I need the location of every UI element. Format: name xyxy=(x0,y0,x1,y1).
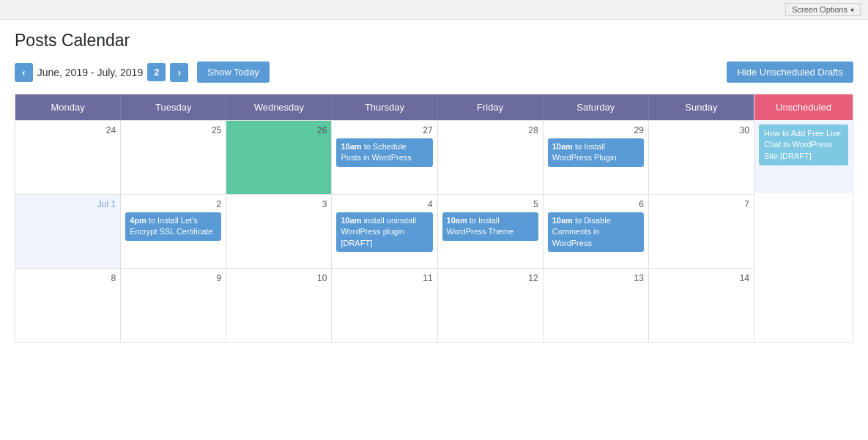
calendar-cell: 13 xyxy=(544,269,649,342)
calendar-cell: 11 xyxy=(332,269,437,342)
calendar-event[interactable]: 10am to Schedule Posts in WordPress xyxy=(336,138,432,167)
calendar-event[interactable]: 10am to Install WordPress Theme xyxy=(442,212,538,241)
day-number: 28 xyxy=(442,124,538,138)
calendar-cell: 25 xyxy=(121,121,226,194)
day-number: 8 xyxy=(20,272,116,286)
calendar-cell: 410am install uninstall WordPress plugin… xyxy=(332,195,437,268)
calendar-cell: 9 xyxy=(121,269,226,342)
day-number: 4 xyxy=(336,198,432,212)
day-number: 12 xyxy=(442,272,538,286)
day-number: 30 xyxy=(653,124,749,138)
calendar-grid: 2425262710am to Schedule Posts in WordPr… xyxy=(15,120,754,342)
day-number: 9 xyxy=(125,272,221,286)
calendar-cell: 8 xyxy=(15,269,121,342)
page-title: Posts Calendar xyxy=(15,31,853,51)
calendar-row: Jul 124pm to Install Let's Encrypt SSL C… xyxy=(15,194,754,268)
day-number: 3 xyxy=(231,198,327,212)
page2-button[interactable]: 2 xyxy=(147,63,166,81)
calendar-header-cell: Saturday xyxy=(544,94,649,120)
unscheduled-header: Unscheduled xyxy=(754,94,853,120)
calendar-header-cell: Sunday xyxy=(649,94,754,120)
calendar-cell: 24pm to Install Let's Encrypt SSL Certif… xyxy=(121,195,226,268)
calendar-cell: 30 xyxy=(649,121,754,194)
calendar-cell: 3 xyxy=(226,195,332,268)
calendar-cell: 28 xyxy=(438,121,544,194)
day-number: 7 xyxy=(653,198,749,212)
day-number: 14 xyxy=(653,272,749,286)
unscheduled-event[interactable]: How to Add Free Live Chat to WordPress S… xyxy=(759,124,848,165)
calendar-event[interactable]: 10am install uninstall WordPress plugin … xyxy=(336,212,432,252)
calendar-header-cell: Wednesday xyxy=(226,94,332,120)
day-number: 29 xyxy=(548,124,644,138)
calendar-main: MondayTuesdayWednesdayThursdayFridaySatu… xyxy=(15,94,754,342)
calendar-header-cell: Tuesday xyxy=(121,94,226,120)
calendar-header-cell: Monday xyxy=(15,94,121,120)
day-number: 25 xyxy=(125,124,221,138)
day-number: 27 xyxy=(336,124,432,138)
next-button[interactable]: › xyxy=(170,63,188,82)
calendar-container: MondayTuesdayWednesdayThursdayFridaySatu… xyxy=(15,94,853,343)
day-number: 26 xyxy=(231,124,327,138)
calendar-cell: 10 xyxy=(226,269,332,342)
calendar-cell: Jul 1 xyxy=(15,195,121,268)
calendar-row: 2425262710am to Schedule Posts in WordPr… xyxy=(15,120,754,194)
calendar-event[interactable]: 10am to Disable Comments in WordPress xyxy=(548,212,644,252)
calendar-sidebar: Unscheduled How to Add Free Live Chat to… xyxy=(754,94,853,342)
calendar-cell: 510am to Install WordPress Theme xyxy=(438,195,544,268)
calendar-header-cell: Friday xyxy=(438,94,544,120)
day-number: Jul 1 xyxy=(20,198,116,212)
calendar-event[interactable]: 4pm to Install Let's Encrypt SSL Certifi… xyxy=(125,212,221,241)
calendar-header-cell: Thursday xyxy=(332,94,437,120)
calendar-cell: 610am to Disable Comments in WordPress xyxy=(544,195,649,268)
day-number: 10 xyxy=(231,272,327,286)
calendar-cell: 14 xyxy=(649,269,754,342)
day-number: 13 xyxy=(548,272,644,286)
calendar-row: 891011121314 xyxy=(15,268,754,342)
calendar-cell: 2910am to Install WordPress Plugin xyxy=(544,121,649,194)
calendar-cell: 12 xyxy=(438,269,544,342)
toolbar-left: ‹ June, 2019 - July, 2019 2 › Show Today xyxy=(15,61,270,83)
calendar-cell: 2710am to Schedule Posts in WordPress xyxy=(332,121,437,194)
date-range: June, 2019 - July, 2019 xyxy=(37,67,144,78)
hide-drafts-button[interactable]: Hide Unscheduled Drafts xyxy=(727,61,853,83)
show-today-button[interactable]: Show Today xyxy=(197,61,270,83)
screen-options-button[interactable]: Screen Options xyxy=(785,3,861,16)
sidebar-content: How to Add Free Live Chat to WordPress S… xyxy=(754,120,853,193)
day-number: 11 xyxy=(336,272,432,286)
calendar-cell: 7 xyxy=(649,195,754,268)
prev-button[interactable]: ‹ xyxy=(15,63,33,82)
day-number: 6 xyxy=(548,198,644,212)
calendar-cell: 26 xyxy=(226,121,332,194)
calendar-cell: 24 xyxy=(15,121,121,194)
calendar-header: MondayTuesdayWednesdayThursdayFridaySatu… xyxy=(15,94,754,120)
day-number: 24 xyxy=(20,124,116,138)
day-number: 2 xyxy=(125,198,221,212)
day-number: 5 xyxy=(442,198,538,212)
toolbar: ‹ June, 2019 - July, 2019 2 › Show Today… xyxy=(15,61,853,83)
calendar-event[interactable]: 10am to Install WordPress Plugin xyxy=(548,138,644,167)
